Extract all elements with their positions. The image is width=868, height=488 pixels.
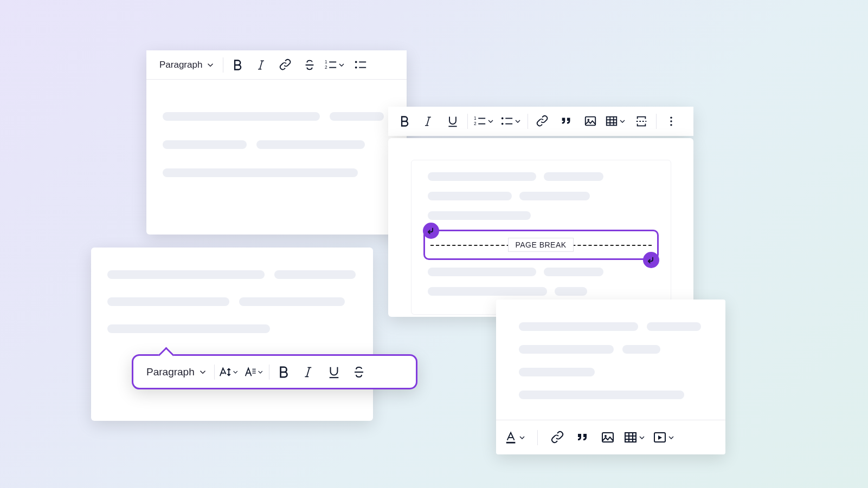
chevron-down-icon [337, 61, 346, 69]
chevron-down-icon [232, 368, 239, 376]
unordered-list-button[interactable] [498, 110, 524, 133]
italic-icon [256, 58, 267, 72]
italic-button[interactable] [250, 54, 273, 76]
underline-icon [327, 365, 340, 380]
placeholder-text [519, 368, 595, 376]
chevron-down-icon [513, 117, 522, 126]
more-button[interactable] [660, 110, 683, 133]
widget-handle-bottom[interactable] [643, 252, 659, 268]
placeholder-text [519, 391, 684, 399]
chevron-down-icon [518, 433, 526, 442]
editor-panel-bottom-toolbar [496, 300, 725, 454]
bold-button[interactable] [394, 110, 416, 133]
link-button[interactable] [531, 110, 554, 133]
placeholder-text [428, 268, 536, 276]
chevron-down-icon [205, 60, 215, 70]
italic-button[interactable] [297, 360, 322, 385]
content-area[interactable] [146, 80, 407, 229]
placeholder-text [519, 322, 638, 331]
chevron-down-icon [486, 117, 495, 126]
document-page[interactable]: PAGE BREAK [411, 160, 671, 315]
quote-icon [560, 114, 573, 128]
placeholder-text [428, 211, 531, 220]
more-icon [665, 114, 677, 128]
ordered-list-button[interactable] [471, 110, 497, 133]
chevron-down-icon [638, 433, 646, 442]
bold-button[interactable] [227, 54, 249, 76]
underline-button[interactable] [441, 110, 464, 133]
toolbar-classic: Paragraph [146, 50, 407, 80]
toolbar-separator [467, 114, 468, 129]
editor-document-panel: PAGE BREAK [388, 138, 693, 317]
font-family-button[interactable] [242, 360, 267, 385]
link-button[interactable] [274, 54, 297, 76]
heading-selector[interactable]: Paragraph [152, 54, 220, 76]
placeholder-text [544, 172, 603, 181]
toolbar-separator [528, 114, 528, 129]
placeholder-text [428, 192, 512, 200]
heading-selector[interactable]: Paragraph [139, 361, 212, 383]
placeholder-text [519, 345, 614, 354]
toolbar-separator [223, 57, 223, 73]
placeholder-text [519, 192, 590, 200]
font-color-button[interactable] [503, 426, 529, 449]
link-icon [279, 58, 292, 72]
font-size-icon [219, 366, 232, 379]
italic-icon [303, 365, 315, 380]
unordered-list-icon [354, 58, 367, 71]
link-icon [551, 430, 565, 445]
toolbar-separator [656, 114, 657, 129]
placeholder-text [555, 287, 587, 296]
balloon-toolbar: Paragraph [132, 354, 417, 389]
page-break-icon [635, 114, 648, 128]
toolbar-separator [269, 365, 269, 380]
placeholder-text [274, 270, 356, 279]
ordered-list-button[interactable] [322, 54, 348, 76]
placeholder-text [107, 324, 270, 333]
italic-button[interactable] [417, 110, 440, 133]
underline-icon [447, 114, 459, 128]
image-icon [601, 430, 615, 445]
quote-button[interactable] [571, 426, 594, 449]
placeholder-text [239, 297, 345, 306]
bold-icon [232, 58, 244, 72]
media-button[interactable] [651, 426, 678, 449]
strikethrough-button[interactable] [346, 360, 371, 385]
editor-toolbar-full [388, 107, 693, 136]
placeholder-text [622, 345, 660, 354]
font-size-button[interactable] [217, 360, 242, 385]
quote-button[interactable] [555, 110, 578, 133]
font-family-icon [244, 366, 257, 379]
unordered-list-button[interactable] [349, 54, 372, 76]
bold-icon [399, 114, 411, 128]
chevron-down-icon [256, 368, 264, 376]
link-button[interactable] [546, 426, 569, 449]
unordered-list-icon [500, 115, 513, 128]
quote-icon [576, 430, 590, 445]
widget-handle-top[interactable] [423, 223, 439, 239]
table-button[interactable] [603, 110, 629, 133]
bottom-toolbar [496, 420, 725, 454]
image-button[interactable] [596, 426, 619, 449]
ordered-list-icon [324, 58, 337, 71]
toolbar-separator [537, 430, 538, 445]
content-area[interactable] [496, 300, 725, 422]
underline-button[interactable] [322, 360, 346, 385]
page-break-button[interactable] [630, 110, 653, 133]
return-icon [646, 255, 656, 265]
placeholder-text [428, 172, 536, 181]
placeholder-text [647, 322, 701, 331]
placeholder-text [330, 112, 384, 121]
image-button[interactable] [579, 110, 602, 133]
page-break-widget[interactable]: PAGE BREAK [423, 230, 659, 260]
page-break-label: PAGE BREAK [508, 238, 573, 252]
editor-panel-balloon [91, 248, 373, 421]
placeholder-text [544, 268, 603, 276]
placeholder-text [107, 270, 265, 279]
chevron-down-icon [618, 117, 627, 126]
heading-selector-label: Paragraph [159, 60, 202, 70]
bold-button[interactable] [272, 360, 297, 385]
table-button[interactable] [621, 426, 648, 449]
chevron-down-icon [667, 433, 676, 442]
strikethrough-button[interactable] [298, 54, 321, 76]
